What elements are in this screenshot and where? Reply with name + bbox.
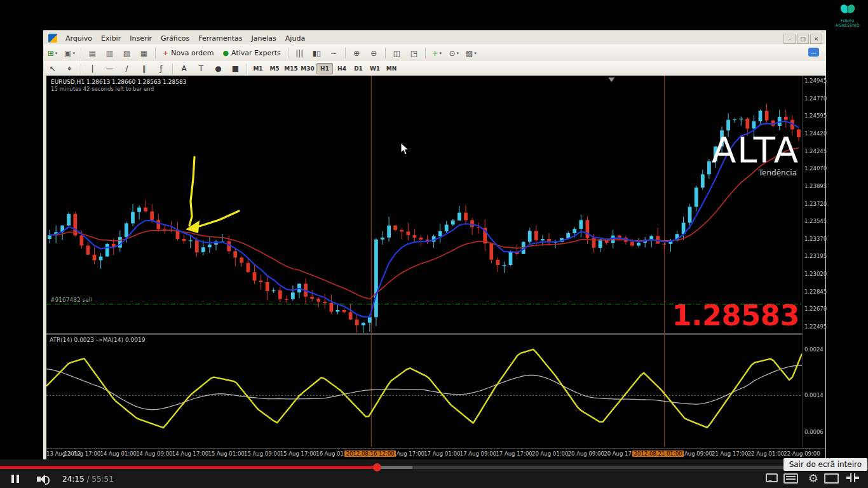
toolbar-separator [155,48,156,58]
svg-text:#9167482 sell: #9167482 sell [50,297,92,303]
indicator-axis-label: 0.0006 [804,429,824,435]
timeframe-w1[interactable]: W1 [367,64,383,74]
price-axis-label: 1.24420 [804,130,827,137]
window-minimize-button[interactable]: – [783,34,796,44]
timeframe-bar: M1M5M15M30H1H4D1W1MN [250,63,400,74]
chart-region: #9167482 sell EURUSD,H1 1.28613 1.28660 … [46,76,825,459]
indicator-axis-label: 0.0014 [804,392,824,398]
timeframe-d1[interactable]: D1 [351,64,366,74]
text-label-icon: T [199,65,203,72]
price-axis-label: 1.23720 [804,201,827,207]
timeframe-m1[interactable]: M1 [250,64,266,74]
rectangle-button[interactable]: ■ [227,63,243,75]
time-axis-label: 22 Aug 01:00 [748,451,784,457]
window-restore-button[interactable]: ▢ [797,34,809,44]
pause-button[interactable] [11,475,19,483]
community-icon[interactable]: … [808,48,819,57]
price-axis-label: 1.23020 [804,271,827,277]
channel-logo-text: FOREX AGRESSIVO [830,18,865,27]
theater-mode-icon[interactable] [824,473,839,484]
player-controls: 24:15 / 55:51 ⚙ [0,459,868,488]
vertical-line-button[interactable]: | [85,63,100,75]
mouse-cursor [400,142,410,156]
data-window-button[interactable]: ▥ [102,47,118,59]
templates-button[interactable]: ▨▾ [463,47,479,59]
terminal-button[interactable]: ▦ [136,47,152,59]
line-chart-icon: ~ [330,50,337,57]
toolbar-separator [172,64,173,74]
new-order-button[interactable]: +Nova ordem [159,47,217,59]
new-chart-button[interactable]: ⊞▾ [44,47,60,59]
crosshair-icon: ⌖ [67,65,72,72]
new-order-button-label: Nova ordem [171,49,214,57]
menu-exibir[interactable]: Exibir [97,34,125,43]
expert-advisors-button-label: Ativar Experts [231,49,281,57]
timeframe-m5[interactable]: M5 [267,64,282,74]
time-axis-label: 20 Aug 09:00 [568,451,604,457]
crosshair-button[interactable]: ⌖ [62,63,78,75]
ellipse-button[interactable]: ● [210,63,226,75]
profiles-button[interactable]: ▣▾ [62,47,78,59]
bar-countdown: 15 minutes 42 seconds left to bar end [51,86,154,92]
cascade-windows-button[interactable]: ◳ [406,47,422,59]
toolbar-separator [81,48,81,58]
menu-janelas[interactable]: Janelas [247,34,281,43]
toolbar-separator [288,48,288,58]
price-axis-label: 1.22495 [804,323,827,330]
captions-icon[interactable] [783,473,798,484]
volume-button[interactable] [37,474,53,484]
time-axis-label: 15 Aug 17:00 [280,451,316,457]
menu-items: ArquivoExibirInserirGráficosFerramentasJ… [61,34,309,43]
time-display: 24:15 / 55:51 [62,475,114,484]
timeframe-m30[interactable]: M30 [300,64,315,74]
toolbar-standard: ⊞▾▣▾▤▥▧▦+Nova ordem●Ativar Experts|||▮▯~… [44,44,825,62]
text-button[interactable]: A [176,63,192,75]
periods-button[interactable]: ⊙▾ [446,47,462,59]
bar-chart-button[interactable]: ||| [292,47,308,59]
time-axis-label: 17 Aug 09:00 [460,451,496,457]
menu-graficos[interactable]: Gráficos [156,34,194,43]
candlestick-button[interactable]: ▮▯ [309,47,325,59]
market-watch-button[interactable]: ▤ [85,47,100,59]
settings-gear-icon[interactable]: ⚙ [808,471,818,485]
indicators-button[interactable]: +▾ [429,47,445,59]
trendline-button[interactable]: ∕ [119,63,135,75]
equidistant-channel-button[interactable]: ∥ [136,63,152,75]
zoom-in-button[interactable]: ⊕ [349,47,365,59]
timeframe-h4[interactable]: H4 [334,64,349,74]
fullscreen-exit-icon[interactable] [846,473,859,482]
navigator-button[interactable]: ▧ [119,47,135,59]
toolbar1-items: ⊞▾▣▾▤▥▧▦+Nova ordem●Ativar Experts|||▮▯~… [44,47,480,59]
video-frame[interactable]: ArquivoExibirInserirGráficosFerramentasJ… [43,30,826,460]
zoom-out-button[interactable]: ⊖ [366,47,382,59]
butterfly-icon [839,4,856,15]
price-axis-label: 1.22845 [804,288,827,295]
timeframe-mn[interactable]: MN [384,64,399,74]
expert-advisors-button[interactable]: ●Ativar Experts [219,47,284,59]
toolbar-separator [425,48,426,58]
timeframe-h1[interactable]: H1 [316,63,333,74]
menu-ferramentas[interactable]: Ferramentas [194,34,247,43]
price-axis: 1.249451.247701.245951.244201.242451.240… [802,76,825,459]
window-close-button[interactable]: × [810,34,822,44]
text-label-button[interactable]: T [193,63,209,75]
horizontal-line-button[interactable]: — [102,63,118,75]
indicator-chart[interactable] [46,335,802,447]
timeframe-m15[interactable]: M15 [283,64,299,74]
main-chart[interactable]: #9167482 sell [46,76,802,333]
menu-inserir[interactable]: Inserir [125,34,156,43]
terminal-icon: ▦ [140,50,147,57]
toolbar-drawing: ↖⌖|—∕∥ƒAT●■ M1M5M15M30H1H4D1W1MN [44,61,825,76]
line-chart-button[interactable]: ~ [326,47,342,59]
tile-windows-button[interactable]: ◫ [389,47,405,59]
cursor-button[interactable]: ↖ [44,63,60,75]
time-axis-label: 21 Aug 17:00 [712,451,748,457]
annotations-icon[interactable] [766,473,778,482]
menu-arquivo[interactable]: Arquivo [61,34,97,43]
time-axis-label: 14 Aug 09:00 [136,451,172,457]
fibonacci-button[interactable]: ƒ [153,63,169,75]
ellipse-icon: ● [215,65,221,72]
menu-ajuda[interactable]: Ajuda [281,34,309,43]
time-axis-label: 14 Aug 17:00 [172,451,208,457]
cascade-windows-icon: ◳ [410,50,417,57]
